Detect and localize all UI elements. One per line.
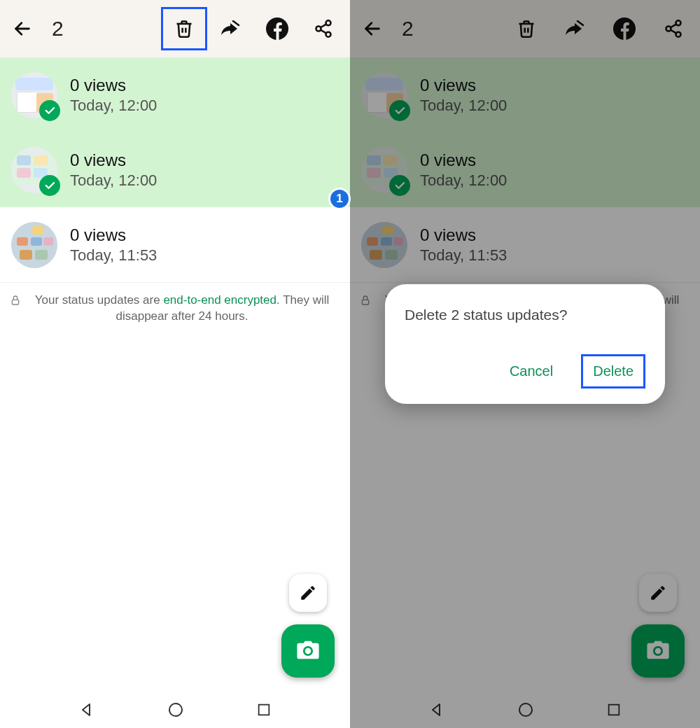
status-views: 0 views [70,76,157,95]
fab-group [281,574,335,678]
svg-point-9 [169,704,182,716]
encryption-note: Your status updates are end-to-end encry… [0,282,350,335]
check-icon [39,175,60,196]
dialog-message: Delete 2 status updates? [405,307,645,323]
nav-home-button[interactable] [167,701,184,718]
circle-home-icon [167,701,184,718]
status-thumbnail [11,72,57,118]
delete-confirm-dialog: Delete 2 status updates? Cancel Delete [385,284,665,404]
svg-marker-8 [83,704,90,715]
facebook-icon [266,18,288,40]
encryption-note-link[interactable]: end-to-end encrypted [163,293,276,307]
svg-point-3 [316,27,321,31]
status-list: 0 views Today, 12:00 0 views Today, [0,57,350,282]
share-icon [314,19,333,38]
lock-icon [10,294,21,307]
share-button[interactable] [309,15,337,43]
back-button[interactable] [8,15,36,43]
delete-confirm-button[interactable]: Delete [581,354,645,388]
forward-button[interactable] [217,15,245,43]
arrow-left-icon [13,19,32,38]
svg-line-5 [321,24,326,28]
status-views: 0 views [70,225,157,245]
status-item[interactable]: 0 views Today, 11:53 [0,207,350,282]
cancel-button[interactable]: Cancel [501,358,561,385]
status-time: Today, 12:00 [70,97,157,115]
camera-icon [296,640,320,662]
status-time: Today, 11:53 [70,246,157,265]
facebook-share-button[interactable] [263,15,291,43]
status-text: 0 views Today, 11:53 [70,225,157,265]
screen-right: 2 [350,0,700,728]
svg-rect-10 [259,704,270,715]
square-recent-icon [256,702,272,718]
svg-point-2 [326,20,331,25]
status-views: 0 views [70,150,157,170]
trash-icon [174,19,194,38]
svg-rect-7 [12,300,18,304]
system-nav-bar [0,690,350,728]
status-thumbnail [11,222,57,268]
nav-recent-button[interactable] [256,702,272,718]
step-badge: 1 [328,188,351,210]
svg-line-6 [321,30,326,34]
status-text: 0 views Today, 12:00 [70,150,157,190]
status-item[interactable]: 0 views Today, 12:00 [0,132,350,207]
status-time: Today, 12:00 [70,172,157,190]
edit-fab[interactable] [289,574,327,612]
status-item[interactable]: 0 views Today, 12:00 [0,57,350,132]
encryption-note-prefix: Your status updates are [35,293,164,307]
top-actions [217,15,337,43]
svg-point-4 [326,32,331,37]
camera-fab[interactable] [281,624,335,678]
screen-left: 2 [0,0,350,728]
delete-button-highlight [161,7,207,50]
selection-count: 2 [52,17,64,41]
status-text: 0 views Today, 12:00 [70,76,157,115]
pencil-icon [299,584,317,602]
delete-button[interactable] [170,15,198,43]
triangle-back-icon [78,701,95,718]
check-icon [39,100,60,121]
nav-back-button[interactable] [78,701,95,718]
status-thumbnail [11,147,57,193]
top-bar: 2 [0,0,350,57]
forward-icon [220,20,241,37]
